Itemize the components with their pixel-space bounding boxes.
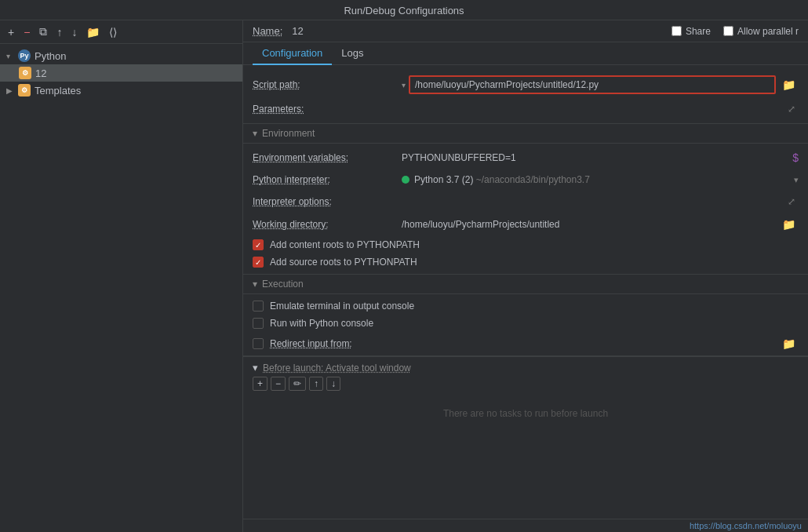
interpreter-status-dot xyxy=(402,176,409,184)
before-launch-label: Before launch: Activate tool window xyxy=(263,363,411,373)
add-source-roots-checkbox[interactable] xyxy=(253,257,264,268)
env-vars-label: Environment variables: xyxy=(253,152,402,163)
before-launch-move-up-button[interactable]: ↑ xyxy=(309,377,323,391)
tree-templates-group[interactable]: ▶ ⚙ Templates xyxy=(0,82,242,99)
emulate-terminal-row: Emulate terminal in output console xyxy=(243,297,808,315)
emulate-terminal-checkbox[interactable] xyxy=(253,301,264,312)
before-launch-toolbar: + − ✏ ↑ ↓ xyxy=(253,377,799,391)
env-vars-dollar-icon[interactable]: $ xyxy=(792,151,799,164)
tree-config-12[interactable]: ⚙ 12 xyxy=(0,64,242,82)
script-path-row: Script path: ▾ /home/luoyu/PycharmProjec… xyxy=(243,71,808,98)
share-checkbox-group: Share xyxy=(672,26,711,37)
script-path-dropdown-arrow[interactable]: ▾ xyxy=(402,81,406,89)
share-checkbox[interactable] xyxy=(672,26,682,36)
redirect-input-checkbox[interactable] xyxy=(253,338,264,349)
interpreter-options-label: Interpreter options: xyxy=(253,196,402,207)
emulate-terminal-label: Emulate terminal in output console xyxy=(270,301,414,312)
share-label: Share xyxy=(686,26,711,37)
interpreter-dropdown-arrow[interactable]: ▾ xyxy=(794,175,799,185)
before-launch-edit-button[interactable]: ✏ xyxy=(289,377,306,391)
interpreter-path: ~/anaconda3/bin/python3.7 xyxy=(476,174,590,185)
move-down-button[interactable]: ↓ xyxy=(68,24,80,40)
remove-config-button[interactable]: − xyxy=(20,24,33,40)
config-header: Name: 12 Share Allow parallel r xyxy=(243,20,808,42)
left-panel: + − ⧉ ↑ ↓ 📁 ⟨⟩ ▾ Py Python ⚙ 12 ▶ ⚙ xyxy=(0,20,243,532)
name-value: 12 xyxy=(292,25,662,37)
env-vars-value: PYTHONUNBUFFERED=1 xyxy=(402,152,792,163)
allow-parallel-checkbox[interactable] xyxy=(723,26,733,36)
interpreter-options-expand-button[interactable]: ⤢ xyxy=(784,195,799,209)
left-toolbar: + − ⧉ ↑ ↓ 📁 ⟨⟩ xyxy=(0,20,242,44)
tab-logs[interactable]: Logs xyxy=(332,42,373,65)
title-bar: Run/Debug Configurations xyxy=(0,0,808,20)
dialog-title: Run/Debug Configurations xyxy=(344,5,464,16)
python-group-icon: Py xyxy=(18,49,31,62)
config-icon: ⚙ xyxy=(19,67,31,79)
before-launch-move-down-button[interactable]: ↓ xyxy=(326,377,340,391)
interpreter-text: Python 3.7 (2) ~/anaconda3/bin/python3.7 xyxy=(414,174,789,185)
working-dir-folder-button[interactable]: 📁 xyxy=(779,217,799,232)
script-path-input[interactable]: /home/luoyu/PycharmProjects/untitled/12.… xyxy=(409,75,776,94)
script-path-label: Script path: xyxy=(253,79,402,90)
env-vars-row: Environment variables: PYTHONUNBUFFERED=… xyxy=(243,147,808,169)
add-content-roots-label: Add content roots to PYTHONPATH xyxy=(270,239,420,250)
config-content: Script path: ▾ /home/luoyu/PycharmProjec… xyxy=(243,65,808,519)
folder-button[interactable]: 📁 xyxy=(83,24,103,40)
working-dir-value: /home/luoyu/PycharmProjects/untitled xyxy=(402,219,779,230)
add-config-button[interactable]: + xyxy=(5,24,17,40)
working-dir-row: Working directory: /home/luoyu/PycharmPr… xyxy=(243,213,808,236)
before-launch-header: ▾ Before launch: Activate tool window xyxy=(253,362,799,373)
allow-parallel-label: Allow parallel r xyxy=(737,26,799,37)
environment-arrow: ▾ xyxy=(253,128,257,139)
redirect-input-label: Redirect input from: xyxy=(270,338,779,349)
parameters-expand-button[interactable]: ⤢ xyxy=(784,102,799,116)
parameters-label: Parameters: xyxy=(253,104,402,115)
redirect-input-row: Redirect input from: 📁 xyxy=(243,332,808,355)
tab-configuration[interactable]: Configuration xyxy=(253,42,332,65)
footer-url: https://blog.csdn.net/moluoyu xyxy=(243,519,808,532)
interpreter-container: Python 3.7 (2) ~/anaconda3/bin/python3.7… xyxy=(402,174,799,185)
run-python-console-row: Run with Python console xyxy=(243,315,808,332)
execution-label: Execution xyxy=(262,279,304,290)
templates-label: Templates xyxy=(35,85,81,97)
interpreter-options-row: Interpreter options: ⤢ xyxy=(243,191,808,213)
execution-arrow: ▾ xyxy=(253,279,257,290)
config-tree: ▾ Py Python ⚙ 12 ▶ ⚙ Templates xyxy=(0,44,242,532)
python-interpreter-row: Python interpreter: Python 3.7 (2) ~/ana… xyxy=(243,169,808,191)
tabs-bar: Configuration Logs xyxy=(243,42,808,65)
add-content-roots-row: Add content roots to PYTHONPATH xyxy=(243,236,808,253)
before-launch-section: ▾ Before launch: Activate tool window + … xyxy=(243,356,808,436)
before-launch-arrow[interactable]: ▾ xyxy=(253,362,258,373)
run-python-console-label: Run with Python console xyxy=(270,318,373,329)
parameters-value: ⤢ xyxy=(402,102,799,116)
run-python-console-checkbox[interactable] xyxy=(253,318,264,329)
move-up-button[interactable]: ↑ xyxy=(53,24,65,40)
expand-arrow-templates: ▶ xyxy=(6,86,14,95)
name-label: Name: xyxy=(253,25,282,37)
no-tasks-message: There are no tasks to run before launch xyxy=(253,395,799,432)
python-interpreter-label: Python interpreter: xyxy=(253,174,402,185)
tree-python-group[interactable]: ▾ Py Python xyxy=(0,47,242,64)
copy-config-button[interactable]: ⧉ xyxy=(36,24,50,40)
interpreter-options-value: ⤢ xyxy=(402,195,799,209)
sort-button[interactable]: ⟨⟩ xyxy=(106,24,120,40)
parameters-row: Parameters: ⤢ xyxy=(243,98,808,120)
expand-arrow-python: ▾ xyxy=(6,52,14,60)
add-source-roots-label: Add source roots to PYTHONPATH xyxy=(270,257,417,268)
environment-section-header[interactable]: ▾ Environment xyxy=(243,123,808,144)
script-path-folder-button[interactable]: 📁 xyxy=(779,77,799,93)
redirect-input-folder-button[interactable]: 📁 xyxy=(779,336,799,352)
execution-section-header[interactable]: ▾ Execution xyxy=(243,274,808,294)
add-source-roots-row: Add source roots to PYTHONPATH xyxy=(243,253,808,271)
before-launch-add-button[interactable]: + xyxy=(253,377,268,391)
before-launch-remove-button[interactable]: − xyxy=(271,377,286,391)
add-content-roots-checkbox[interactable] xyxy=(253,239,264,250)
working-dir-label: Working directory: xyxy=(253,219,402,230)
config-label: 12 xyxy=(35,67,46,79)
script-path-container: ▾ /home/luoyu/PycharmProjects/untitled/1… xyxy=(402,75,799,94)
python-group-label: Python xyxy=(35,50,66,62)
header-actions: Share Allow parallel r xyxy=(672,26,799,37)
right-panel: Name: 12 Share Allow parallel r Configur… xyxy=(243,20,808,532)
main-container: + − ⧉ ↑ ↓ 📁 ⟨⟩ ▾ Py Python ⚙ 12 ▶ ⚙ xyxy=(0,20,808,532)
environment-label: Environment xyxy=(262,128,315,139)
